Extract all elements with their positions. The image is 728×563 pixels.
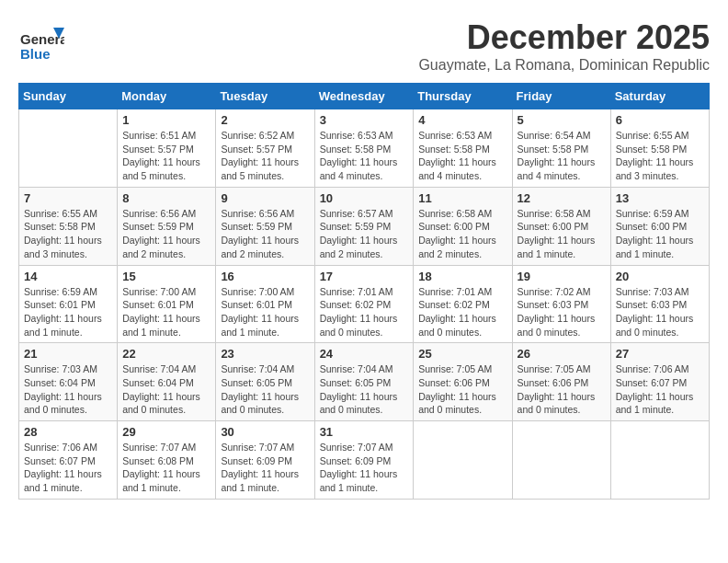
day-number: 23 xyxy=(221,347,309,361)
calendar-cell: 23Sunrise: 7:04 AM Sunset: 6:05 PM Dayli… xyxy=(216,343,314,421)
day-info: Sunrise: 6:58 AM Sunset: 6:00 PM Dayligh… xyxy=(518,207,606,261)
title-area: December 2025 Guaymate, La Romana, Domin… xyxy=(418,18,710,74)
calendar-cell xyxy=(512,421,610,500)
day-info: Sunrise: 7:04 AM Sunset: 6:05 PM Dayligh… xyxy=(221,362,309,417)
day-number: 21 xyxy=(24,347,112,361)
calendar-cell: 6Sunrise: 6:55 AM Sunset: 5:58 PM Daylig… xyxy=(610,109,709,188)
day-info: Sunrise: 6:58 AM Sunset: 6:00 PM Dayligh… xyxy=(418,207,506,261)
calendar-day-header: Saturday xyxy=(610,84,709,109)
calendar-cell: 13Sunrise: 6:59 AM Sunset: 6:00 PM Dayli… xyxy=(610,187,709,265)
day-info: Sunrise: 6:56 AM Sunset: 5:59 PM Dayligh… xyxy=(122,207,210,261)
calendar-week-row: 21Sunrise: 7:03 AM Sunset: 6:04 PM Dayli… xyxy=(19,343,710,421)
logo: General Blue xyxy=(18,18,64,64)
calendar-body: 1Sunrise: 6:51 AM Sunset: 5:57 PM Daylig… xyxy=(19,109,710,500)
day-number: 18 xyxy=(418,270,506,283)
calendar-cell: 7Sunrise: 6:55 AM Sunset: 5:58 PM Daylig… xyxy=(19,187,118,265)
day-info: Sunrise: 7:05 AM Sunset: 6:06 PM Dayligh… xyxy=(518,362,606,417)
day-number: 19 xyxy=(518,270,606,283)
day-number: 24 xyxy=(320,347,409,361)
calendar-cell: 10Sunrise: 6:57 AM Sunset: 5:59 PM Dayli… xyxy=(314,187,414,265)
day-number: 1 xyxy=(122,113,210,127)
calendar-cell: 9Sunrise: 6:56 AM Sunset: 5:59 PM Daylig… xyxy=(216,187,314,265)
day-number: 5 xyxy=(518,113,606,127)
day-number: 12 xyxy=(518,191,606,205)
calendar-cell: 14Sunrise: 6:59 AM Sunset: 6:01 PM Dayli… xyxy=(19,265,118,343)
calendar-week-row: 14Sunrise: 6:59 AM Sunset: 6:01 PM Dayli… xyxy=(19,265,710,343)
calendar-table: SundayMondayTuesdayWednesdayThursdayFrid… xyxy=(18,83,710,500)
day-number: 20 xyxy=(616,270,704,283)
calendar-cell: 28Sunrise: 7:06 AM Sunset: 6:07 PM Dayli… xyxy=(19,421,118,500)
day-number: 9 xyxy=(221,191,309,205)
calendar-day-header: Friday xyxy=(512,84,610,109)
day-info: Sunrise: 6:55 AM Sunset: 5:58 PM Dayligh… xyxy=(24,207,112,261)
day-info: Sunrise: 6:56 AM Sunset: 5:59 PM Dayligh… xyxy=(221,207,309,261)
day-info: Sunrise: 6:55 AM Sunset: 5:58 PM Dayligh… xyxy=(616,129,704,183)
calendar-day-header: Monday xyxy=(118,84,216,109)
day-number: 4 xyxy=(418,113,506,127)
day-number: 30 xyxy=(221,425,309,439)
calendar-cell: 17Sunrise: 7:01 AM Sunset: 6:02 PM Dayli… xyxy=(314,265,414,343)
day-number: 22 xyxy=(122,347,210,361)
day-info: Sunrise: 7:00 AM Sunset: 6:01 PM Dayligh… xyxy=(221,285,309,339)
day-info: Sunrise: 6:53 AM Sunset: 5:58 PM Dayligh… xyxy=(418,129,506,183)
day-number: 29 xyxy=(122,425,210,439)
day-info: Sunrise: 6:51 AM Sunset: 5:57 PM Dayligh… xyxy=(122,129,210,183)
calendar-day-header: Sunday xyxy=(19,84,118,109)
day-number: 11 xyxy=(418,191,506,205)
calendar-cell xyxy=(19,109,118,188)
day-number: 27 xyxy=(616,347,704,361)
calendar-day-header: Thursday xyxy=(414,84,512,109)
day-number: 14 xyxy=(24,270,112,283)
calendar-cell: 2Sunrise: 6:52 AM Sunset: 5:57 PM Daylig… xyxy=(216,109,314,188)
day-number: 31 xyxy=(320,425,409,439)
calendar-day-header: Tuesday xyxy=(216,84,314,109)
page-header: General Blue December 2025 Guaymate, La … xyxy=(18,18,710,74)
day-info: Sunrise: 7:05 AM Sunset: 6:06 PM Dayligh… xyxy=(418,362,506,417)
calendar-cell: 11Sunrise: 6:58 AM Sunset: 6:00 PM Dayli… xyxy=(414,187,512,265)
location-title: Guaymate, La Romana, Dominican Republic xyxy=(418,57,710,74)
day-info: Sunrise: 7:07 AM Sunset: 6:08 PM Dayligh… xyxy=(122,441,210,495)
calendar-cell: 26Sunrise: 7:05 AM Sunset: 6:06 PM Dayli… xyxy=(512,343,610,421)
day-number: 26 xyxy=(518,347,606,361)
day-info: Sunrise: 7:04 AM Sunset: 6:04 PM Dayligh… xyxy=(122,362,210,417)
calendar-cell: 29Sunrise: 7:07 AM Sunset: 6:08 PM Dayli… xyxy=(118,421,216,500)
day-number: 6 xyxy=(616,113,704,127)
day-info: Sunrise: 7:04 AM Sunset: 6:05 PM Dayligh… xyxy=(320,362,409,417)
calendar-cell: 21Sunrise: 7:03 AM Sunset: 6:04 PM Dayli… xyxy=(19,343,118,421)
calendar-week-row: 28Sunrise: 7:06 AM Sunset: 6:07 PM Dayli… xyxy=(19,421,710,500)
svg-text:Blue: Blue xyxy=(20,46,51,62)
day-info: Sunrise: 6:54 AM Sunset: 5:58 PM Dayligh… xyxy=(518,129,606,183)
calendar-cell: 15Sunrise: 7:00 AM Sunset: 6:01 PM Dayli… xyxy=(118,265,216,343)
calendar-cell: 1Sunrise: 6:51 AM Sunset: 5:57 PM Daylig… xyxy=(118,109,216,188)
calendar-cell: 31Sunrise: 7:07 AM Sunset: 6:09 PM Dayli… xyxy=(314,421,414,500)
day-number: 16 xyxy=(221,270,309,283)
day-number: 10 xyxy=(320,191,409,205)
calendar-cell: 4Sunrise: 6:53 AM Sunset: 5:58 PM Daylig… xyxy=(414,109,512,188)
calendar-week-row: 1Sunrise: 6:51 AM Sunset: 5:57 PM Daylig… xyxy=(19,109,710,188)
calendar-week-row: 7Sunrise: 6:55 AM Sunset: 5:58 PM Daylig… xyxy=(19,187,710,265)
day-number: 17 xyxy=(320,270,409,283)
day-info: Sunrise: 7:00 AM Sunset: 6:01 PM Dayligh… xyxy=(122,285,210,339)
day-info: Sunrise: 7:03 AM Sunset: 6:03 PM Dayligh… xyxy=(616,285,704,339)
day-info: Sunrise: 7:02 AM Sunset: 6:03 PM Dayligh… xyxy=(518,285,606,339)
day-number: 13 xyxy=(616,191,704,205)
day-info: Sunrise: 7:01 AM Sunset: 6:02 PM Dayligh… xyxy=(418,285,506,339)
day-info: Sunrise: 7:07 AM Sunset: 6:09 PM Dayligh… xyxy=(320,441,409,495)
day-info: Sunrise: 7:01 AM Sunset: 6:02 PM Dayligh… xyxy=(320,285,409,339)
day-info: Sunrise: 6:59 AM Sunset: 6:01 PM Dayligh… xyxy=(24,285,112,339)
calendar-header-row: SundayMondayTuesdayWednesdayThursdayFrid… xyxy=(19,84,710,109)
calendar-cell: 5Sunrise: 6:54 AM Sunset: 5:58 PM Daylig… xyxy=(512,109,610,188)
calendar-cell: 20Sunrise: 7:03 AM Sunset: 6:03 PM Dayli… xyxy=(610,265,709,343)
month-title: December 2025 xyxy=(418,18,710,57)
calendar-cell: 27Sunrise: 7:06 AM Sunset: 6:07 PM Dayli… xyxy=(610,343,709,421)
day-info: Sunrise: 6:57 AM Sunset: 5:59 PM Dayligh… xyxy=(320,207,409,261)
calendar-cell: 8Sunrise: 6:56 AM Sunset: 5:59 PM Daylig… xyxy=(118,187,216,265)
calendar-cell: 22Sunrise: 7:04 AM Sunset: 6:04 PM Dayli… xyxy=(118,343,216,421)
day-info: Sunrise: 7:03 AM Sunset: 6:04 PM Dayligh… xyxy=(24,362,112,417)
calendar-cell xyxy=(414,421,512,500)
calendar-cell: 25Sunrise: 7:05 AM Sunset: 6:06 PM Dayli… xyxy=(414,343,512,421)
calendar-cell: 18Sunrise: 7:01 AM Sunset: 6:02 PM Dayli… xyxy=(414,265,512,343)
day-number: 15 xyxy=(122,270,210,283)
calendar-cell: 24Sunrise: 7:04 AM Sunset: 6:05 PM Dayli… xyxy=(314,343,414,421)
day-info: Sunrise: 7:06 AM Sunset: 6:07 PM Dayligh… xyxy=(616,362,704,417)
